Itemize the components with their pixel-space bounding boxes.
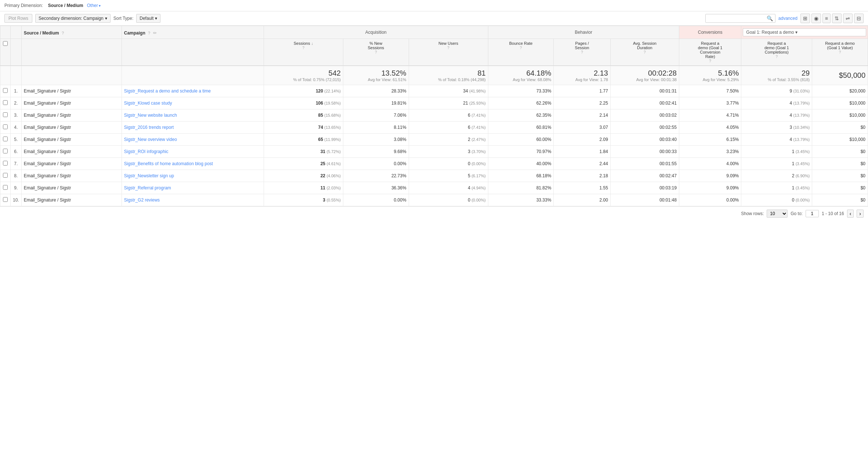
chevron-down-icon: ▾ — [99, 4, 101, 8]
prev-page-button[interactable]: ‹ — [847, 210, 854, 218]
row-sessions: 25 (4.61%) — [264, 158, 343, 170]
row-pct-new: 7.06% — [343, 109, 409, 121]
goal-select[interactable]: Goal 1: Request a demo ▾ — [743, 28, 866, 36]
row-checkbox[interactable] — [0, 85, 11, 97]
view-custom-button[interactable]: ⊟ — [854, 14, 864, 23]
summary-conv-rate: 5.16% Avg for View: 5.29% — [679, 66, 741, 85]
sessions-col-header[interactable]: Sessions ↓ ? — [264, 39, 343, 66]
row-bounce-rate: 62.26% — [488, 97, 554, 109]
row-pages-session: 2.14 — [554, 109, 611, 121]
row-campaign[interactable]: Sigstr_G2 reviews — [122, 194, 264, 206]
sessions-help-icon[interactable]: ? — [303, 46, 305, 50]
row-sessions: 106 (19.58%) — [264, 97, 343, 109]
row-source-medium: Email_Signature / Sigstr — [21, 85, 122, 97]
row-checkbox[interactable] — [0, 109, 11, 121]
completions-col-header[interactable]: Request ademo (Goal 1Completions) ? — [741, 39, 812, 66]
row-source-medium: Email_Signature / Sigstr — [21, 121, 122, 134]
show-rows-select[interactable]: 10 25 50 100 500 1000 5000 — [767, 210, 788, 218]
pages-session-col-header[interactable]: Pages /Session ? — [554, 39, 611, 66]
search-input[interactable] — [708, 16, 767, 21]
sort-type-dropdown[interactable]: Default ▾ — [136, 14, 160, 23]
row-pct-new: 19.81% — [343, 97, 409, 109]
view-grid-button[interactable]: ⊞ — [800, 14, 810, 23]
row-campaign[interactable]: Sigstr_2016 trends report — [122, 121, 264, 134]
summary-pct-new: 13.52% Avg for View: 61.51% — [343, 66, 409, 85]
goal-value-col-header[interactable]: Request a demo(Goal 1 Value) ? — [812, 39, 868, 66]
row-conv-rate: 4.71% — [679, 109, 741, 121]
other-button[interactable]: Other ▾ — [87, 3, 101, 8]
pages-session-help-icon[interactable]: ? — [581, 50, 583, 54]
new-users-help-icon[interactable]: ? — [447, 46, 449, 50]
next-page-button[interactable]: › — [857, 210, 864, 218]
view-compare-button[interactable]: ⇌ — [843, 14, 853, 23]
completions-help-icon[interactable]: ? — [775, 55, 778, 59]
go-to-input[interactable] — [806, 210, 819, 217]
row-checkbox[interactable] — [0, 121, 11, 134]
campaign-col-header — [122, 39, 264, 66]
row-pages-session: 1.84 — [554, 146, 611, 158]
view-pie-button[interactable]: ◉ — [811, 14, 821, 23]
row-conv-rate: 7.50% — [679, 85, 741, 97]
goal-value-help-icon[interactable]: ? — [839, 50, 841, 54]
table-row: 9. Email_Signature / Sigstr Sigstr_Refer… — [0, 182, 868, 194]
bounce-rate-help-icon[interactable]: ? — [520, 46, 522, 50]
avg-duration-help-icon[interactable]: ? — [644, 50, 646, 54]
row-new-users: 4 (4.94%) — [409, 182, 488, 194]
help-icon[interactable]: ? — [62, 31, 64, 35]
row-num: 9. — [11, 182, 22, 194]
row-campaign[interactable]: Sigstr_New website launch — [122, 109, 264, 121]
edit-icon[interactable]: ✏ — [153, 30, 157, 36]
avg-duration-col-header[interactable]: Avg. SessionDuration ? — [610, 39, 679, 66]
plot-rows-button[interactable]: Plot Rows — [4, 14, 32, 23]
row-campaign[interactable]: Sigstr_Klowd case study — [122, 97, 264, 109]
row-num: 10. — [11, 194, 22, 206]
bounce-rate-col-header[interactable]: Bounce Rate ? — [488, 39, 554, 66]
row-campaign[interactable]: Sigstr_Newsletter sign up — [122, 170, 264, 182]
row-checkbox[interactable] — [0, 182, 11, 194]
row-pages-session: 1.77 — [554, 85, 611, 97]
row-new-users: 0 (0.00%) — [409, 194, 488, 206]
row-source-medium: Email_Signature / Sigstr — [21, 146, 122, 158]
row-pages-session: 2.09 — [554, 134, 611, 146]
summary-avg-duration: 00:02:28 Avg for View: 00:01:38 — [610, 66, 679, 85]
row-campaign[interactable]: Sigstr_ROI infographic — [122, 146, 264, 158]
secondary-dim-dropdown[interactable]: Secondary dimension: Campaign ▾ — [35, 14, 111, 23]
row-campaign[interactable]: Sigstr_Request a demo and schedule a tim… — [122, 85, 264, 97]
row-source-medium: Email_Signature / Sigstr — [21, 158, 122, 170]
search-box[interactable]: 🔍 — [705, 14, 775, 23]
view-pivot-button[interactable]: ⇅ — [832, 14, 842, 23]
row-checkbox[interactable] — [0, 194, 11, 206]
row-checkbox[interactable] — [0, 146, 11, 158]
help-icon[interactable]: ? — [148, 31, 150, 35]
search-icon: 🔍 — [767, 15, 773, 21]
row-checkbox[interactable] — [0, 134, 11, 146]
table-row: 7. Email_Signature / Sigstr Sigstr_Benef… — [0, 158, 868, 170]
table-row: 1. Email_Signature / Sigstr Sigstr_Reque… — [0, 85, 868, 97]
row-completions: 9 (31.03%) — [741, 85, 812, 97]
row-campaign[interactable]: Sigstr_Referral program — [122, 182, 264, 194]
row-avg-duration: 00:01:48 — [610, 194, 679, 206]
row-new-users: 21 (25.93%) — [409, 97, 488, 109]
checkbox-header — [0, 26, 11, 39]
row-campaign[interactable]: Sigstr_New overview video — [122, 134, 264, 146]
row-sessions: 120 (22.14%) — [264, 85, 343, 97]
conv-rate-col-header[interactable]: Request ademo (Goal 1ConversionRate) ? — [679, 39, 741, 66]
row-campaign[interactable]: Sigstr_Benefits of home automation blog … — [122, 158, 264, 170]
chevron-down-icon: ▾ — [155, 16, 157, 21]
select-all-checkbox[interactable] — [0, 39, 11, 66]
row-source-medium: Email_Signature / Sigstr — [21, 134, 122, 146]
new-users-col-header[interactable]: New Users ? — [409, 39, 488, 66]
pct-new-sessions-help-icon[interactable]: ? — [375, 50, 377, 54]
row-checkbox[interactable] — [0, 97, 11, 109]
conv-rate-help-icon[interactable]: ? — [709, 59, 711, 63]
chevron-down-icon: ▾ — [105, 16, 107, 21]
row-goal-value: $10,000 — [812, 109, 868, 121]
view-list-button[interactable]: ≡ — [822, 14, 831, 23]
goal-dropdown-cell[interactable]: Goal 1: Request a demo ▾ — [741, 26, 868, 39]
row-checkbox[interactable] — [0, 158, 11, 170]
summary-pages-session: 2.13 Avg for View: 1.78 — [554, 66, 611, 85]
sort-type-label: Sort Type: — [113, 16, 133, 21]
advanced-link[interactable]: advanced — [778, 16, 798, 21]
pct-new-sessions-col-header[interactable]: % NewSessions ? — [343, 39, 409, 66]
row-checkbox[interactable] — [0, 170, 11, 182]
